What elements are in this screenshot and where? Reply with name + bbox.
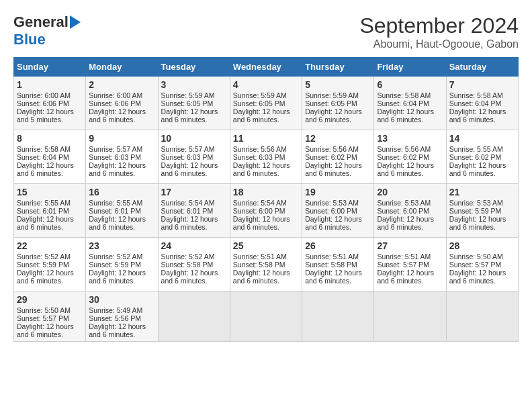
cell-info: Sunset: 6:01 PM <box>89 207 154 215</box>
cell-info: Sunrise: 5:53 AM <box>377 199 443 207</box>
cell-info: Daylight: 12 hours <box>161 107 227 116</box>
cell-info: Daylight: 12 hours <box>305 215 371 223</box>
cell-info: and 6 minutes. <box>161 116 227 124</box>
cell-info: Daylight: 12 hours <box>449 107 515 116</box>
cell-info: Sunrise: 5:55 AM <box>449 145 515 153</box>
header-wednesday: Wednesday <box>230 58 302 77</box>
cell-info: Sunrise: 5:56 AM <box>233 145 299 153</box>
header-thursday: Thursday <box>302 58 374 77</box>
calendar-cell: 1Sunrise: 6:00 AMSunset: 6:06 PMDaylight… <box>14 77 86 130</box>
calendar-cell: 25Sunrise: 5:51 AMSunset: 5:58 PMDayligh… <box>230 238 302 291</box>
cell-info: and 6 minutes. <box>89 223 154 231</box>
calendar-cell: 23Sunrise: 5:52 AMSunset: 5:59 PMDayligh… <box>86 238 158 291</box>
cell-info: Daylight: 12 hours <box>17 215 83 223</box>
calendar-cell: 18Sunrise: 5:54 AMSunset: 6:00 PMDayligh… <box>230 184 302 238</box>
cell-info: Sunset: 5:59 PM <box>17 261 83 269</box>
day-number: 10 <box>161 133 227 144</box>
cell-info: and 6 minutes. <box>377 277 443 285</box>
calendar-cell: 10Sunrise: 5:57 AMSunset: 6:03 PMDayligh… <box>158 130 230 184</box>
cell-info: Daylight: 12 hours <box>233 269 299 277</box>
day-number: 8 <box>17 133 83 144</box>
calendar-cell: 19Sunrise: 5:53 AMSunset: 6:00 PMDayligh… <box>302 184 374 238</box>
cell-info: Sunset: 5:58 PM <box>233 261 299 269</box>
cell-info: Daylight: 12 hours <box>377 107 443 116</box>
cell-info: Sunrise: 5:58 AM <box>377 91 443 99</box>
day-number: 1 <box>17 79 83 90</box>
cell-info: Daylight: 12 hours <box>449 269 515 277</box>
cell-info: Daylight: 12 hours <box>17 107 83 116</box>
cell-info: Daylight: 12 hours <box>89 215 154 223</box>
cell-info: and 6 minutes. <box>233 169 299 177</box>
cell-info: and 6 minutes. <box>305 223 371 231</box>
location-title: Aboumi, Haut-Ogooue, Gabon <box>359 38 519 50</box>
cell-info: and 6 minutes. <box>233 116 299 124</box>
cell-info: Sunset: 5:58 PM <box>305 261 371 269</box>
cell-info: Sunrise: 5:49 AM <box>89 306 154 314</box>
cell-info: Sunrise: 5:56 AM <box>377 145 443 153</box>
header-saturday: Saturday <box>446 58 518 77</box>
cell-info: Sunrise: 5:54 AM <box>233 199 299 207</box>
cell-info: Daylight: 12 hours <box>377 161 443 169</box>
day-number: 27 <box>377 240 443 251</box>
cell-info: and 6 minutes. <box>305 169 371 177</box>
logo: General Blue <box>13 13 81 48</box>
cell-info: and 6 minutes. <box>377 169 443 177</box>
cell-info: Daylight: 12 hours <box>377 269 443 277</box>
day-number: 19 <box>305 187 371 197</box>
cell-info: and 6 minutes. <box>305 116 371 124</box>
logo-blue: Blue <box>13 31 46 48</box>
cell-info: Daylight: 12 hours <box>89 322 154 330</box>
month-title: September 2024 <box>359 13 519 38</box>
cell-info: Sunrise: 5:57 AM <box>89 145 154 153</box>
cell-info: Daylight: 12 hours <box>161 269 227 277</box>
calendar-cell: 6Sunrise: 5:58 AMSunset: 6:04 PMDaylight… <box>374 77 446 130</box>
cell-info: Sunset: 6:04 PM <box>377 99 443 107</box>
cell-info: Sunrise: 6:00 AM <box>89 91 154 99</box>
day-number: 6 <box>377 79 443 90</box>
cell-info: Daylight: 12 hours <box>449 161 515 169</box>
cell-info: Daylight: 12 hours <box>449 215 515 223</box>
cell-info: Sunset: 5:59 PM <box>89 261 154 269</box>
calendar-cell: 9Sunrise: 5:57 AMSunset: 6:03 PMDaylight… <box>86 130 158 184</box>
cell-info: Sunrise: 5:52 AM <box>17 253 83 261</box>
cell-info: Sunset: 6:05 PM <box>305 99 371 107</box>
cell-info: Sunset: 6:02 PM <box>377 153 443 161</box>
logo-general: General <box>13 13 69 31</box>
calendar-cell <box>446 291 518 342</box>
calendar-cell: 28Sunrise: 5:50 AMSunset: 5:57 PMDayligh… <box>446 238 518 291</box>
cell-info: Daylight: 12 hours <box>233 215 299 223</box>
calendar-cell: 26Sunrise: 5:51 AMSunset: 5:58 PMDayligh… <box>302 238 374 291</box>
cell-info: and 6 minutes. <box>89 277 154 285</box>
calendar-cell: 12Sunrise: 5:56 AMSunset: 6:02 PMDayligh… <box>302 130 374 184</box>
logo-arrow-icon <box>70 15 81 29</box>
day-number: 14 <box>449 133 515 144</box>
calendar-cell: 4Sunrise: 5:59 AMSunset: 6:05 PMDaylight… <box>230 77 302 130</box>
cell-info: Sunrise: 5:59 AM <box>233 91 299 99</box>
cell-info: and 6 minutes. <box>89 169 154 177</box>
cell-info: Sunset: 6:00 PM <box>305 207 371 215</box>
cell-info: Sunrise: 5:51 AM <box>233 253 299 261</box>
cell-info: and 6 minutes. <box>233 277 299 285</box>
cell-info: and 6 minutes. <box>233 223 299 231</box>
day-number: 28 <box>449 240 515 251</box>
day-number: 25 <box>233 240 299 251</box>
day-number: 15 <box>17 187 83 197</box>
day-number: 12 <box>305 133 371 144</box>
calendar-cell: 3Sunrise: 5:59 AMSunset: 6:05 PMDaylight… <box>158 77 230 130</box>
calendar-cell: 14Sunrise: 5:55 AMSunset: 6:02 PMDayligh… <box>446 130 518 184</box>
cell-info: and 6 minutes. <box>89 116 154 124</box>
calendar-cell: 29Sunrise: 5:50 AMSunset: 5:57 PMDayligh… <box>14 291 86 342</box>
cell-info: and 6 minutes. <box>449 169 515 177</box>
calendar-cell: 2Sunrise: 6:00 AMSunset: 6:06 PMDaylight… <box>86 77 158 130</box>
cell-info: Sunrise: 5:51 AM <box>305 253 371 261</box>
day-number: 23 <box>89 240 154 251</box>
day-number: 3 <box>161 79 227 90</box>
day-number: 11 <box>233 133 299 144</box>
cell-info: Sunrise: 5:50 AM <box>17 306 83 314</box>
cell-info: Sunset: 6:06 PM <box>89 99 154 107</box>
cell-info: Daylight: 12 hours <box>161 161 227 169</box>
cell-info: Sunrise: 5:59 AM <box>161 91 227 99</box>
calendar-cell: 11Sunrise: 5:56 AMSunset: 6:03 PMDayligh… <box>230 130 302 184</box>
cell-info: Sunset: 6:01 PM <box>17 207 83 215</box>
cell-info: Sunset: 6:03 PM <box>233 153 299 161</box>
